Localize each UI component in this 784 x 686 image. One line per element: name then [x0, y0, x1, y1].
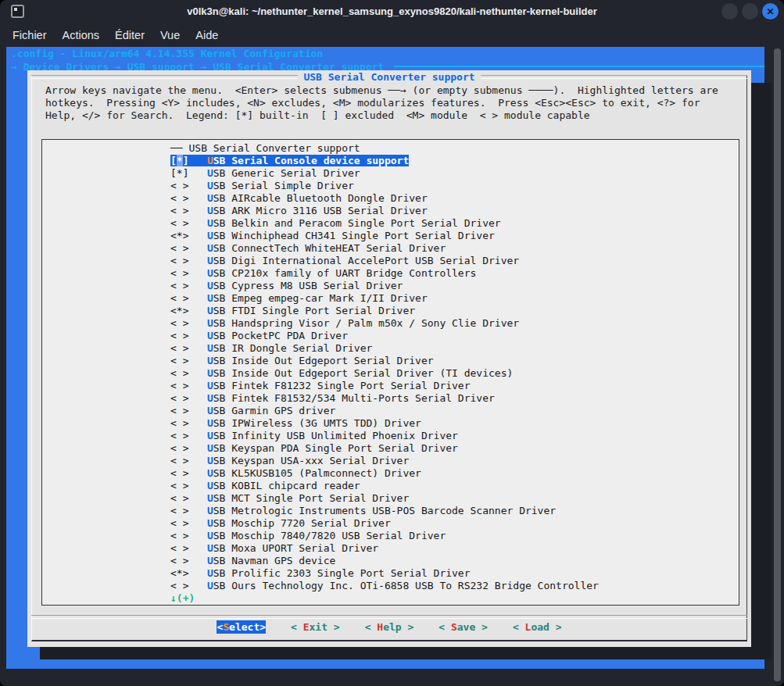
list-item[interactable]: < > USB Cypress M8 USB Serial Driver	[42, 280, 739, 292]
menubar: FichierActionsÉditerVueAide	[0, 23, 784, 47]
hotkey-letter: U	[207, 567, 213, 579]
maximize-button[interactable]	[742, 3, 758, 20]
hotkey-letter: U	[207, 292, 213, 304]
option-state-box: < >	[170, 355, 188, 366]
minimize-button[interactable]	[721, 3, 738, 20]
list-item[interactable]: < > USB Fintek F81532/534 Multi-Ports Se…	[42, 392, 739, 405]
option-state-box: <*>	[170, 567, 188, 579]
hotkey-letter: U	[207, 530, 213, 541]
list-item[interactable]: < > USB Keyspan USA-xxx Serial Driver	[42, 455, 739, 467]
hotkey-letter: U	[207, 542, 213, 554]
menu-actions[interactable]: Actions	[55, 27, 108, 44]
instruction-line: Arrow keys navigate the menu. <Enter> se…	[45, 84, 718, 97]
list-item[interactable]: < > USB Fintek F81232 Single Port Serial…	[42, 380, 739, 392]
hotkey-letter: U	[207, 155, 213, 166]
list-item[interactable]: < > USB Empeg empeg-car Mark I/II Driver	[42, 292, 739, 305]
list-item[interactable]: < > USB Inside Out Edgeport Serial Drive…	[42, 367, 739, 380]
option-state-box: < >	[170, 530, 188, 541]
list-item[interactable]: < > USB IR Dongle Serial Driver	[42, 342, 739, 355]
close-button[interactable]: ✕	[762, 3, 779, 20]
list-item[interactable]: < > USB Metrologic Instruments USB-POS B…	[42, 505, 739, 517]
save-button[interactable]: < Save >	[439, 620, 488, 634]
list-item[interactable]: < > USB PocketPC PDA Driver	[42, 330, 739, 342]
list-item[interactable]: < > USB KL5KUSB105 (Palmconnect) Driver	[42, 467, 739, 480]
list-item[interactable]: <*> USB Winchiphead CH341 Single Port Se…	[42, 230, 739, 242]
option-state-box: < >	[170, 242, 188, 254]
list-item[interactable]: < > USB Navman GPS device	[42, 555, 739, 567]
list-item[interactable]: <*> USB Prolific 2303 Single Port Serial…	[42, 567, 739, 580]
option-state-box: < >	[170, 492, 188, 504]
list-item[interactable]: < > USB ARK Micro 3116 USB Serial Driver	[42, 205, 739, 217]
load-button[interactable]: < Load >	[513, 620, 562, 634]
list-item[interactable]: <*> USB FTDI Single Port Serial Driver	[42, 305, 739, 317]
list-item[interactable]: < > USB ConnectTech WhiteHEAT Serial Dri…	[42, 242, 739, 255]
list-item[interactable]: < > USB Moschip 7840/7820 USB Serial Dri…	[42, 530, 739, 542]
menu-vue[interactable]: Vue	[152, 27, 188, 44]
list-item[interactable]: < > USB IPWireless (3G UMTS TDD) Driver	[42, 417, 739, 430]
hotkey-letter: U	[207, 580, 213, 591]
hotkey-letter: U	[207, 492, 213, 504]
select-button[interactable]: <Select>	[217, 620, 266, 634]
list-item[interactable]: < > USB Inside Out Edgeport Serial Drive…	[42, 355, 739, 367]
hotkey-letter: U	[207, 255, 213, 266]
hotkey-letter: U	[207, 205, 213, 216]
dialog-buttons: <Select>< Exit >< Help >< Save >< Load >	[27, 620, 751, 634]
help-button[interactable]: < Help >	[365, 620, 414, 634]
list-item[interactable]: < > USB Moschip 7720 Serial Driver	[42, 517, 739, 530]
option-state-box: < >	[170, 392, 188, 404]
option-state-box: < >	[170, 505, 188, 516]
list-item[interactable]: < > USB KOBIL chipcard reader	[42, 480, 739, 492]
hotkey-letter: U	[207, 217, 213, 229]
list-item[interactable]: < > USB MCT Single Port Serial Driver	[42, 492, 739, 505]
dialog-title: USB Serial Converter support	[298, 71, 480, 83]
list-item[interactable]: < > USB Belkin and Peracom Single Port S…	[42, 217, 739, 230]
option-state-box: < >	[170, 430, 188, 441]
option-state-box: < >	[170, 580, 188, 591]
hotkey-letter: U	[207, 430, 213, 441]
title-rule-right	[481, 75, 747, 79]
option-state-box: < >	[170, 555, 188, 566]
list-item[interactable]: < > USB Keyspan PDA Single Port Serial D…	[42, 442, 739, 455]
option-state-box: <*>	[170, 230, 188, 241]
menu-fichier[interactable]: Fichier	[5, 27, 55, 44]
dialog-title-row: USB Serial Converter support	[31, 70, 747, 83]
list-item[interactable]: [*] USB Serial Console device support	[42, 155, 739, 167]
list-item[interactable]: < > USB Infinity USB Unlimited Phoenix D…	[42, 430, 739, 442]
list-item[interactable]: [*] USB Generic Serial Driver	[42, 167, 739, 180]
list-item[interactable]: < > USB Digi International AccelePort US…	[42, 255, 739, 267]
titlebar: v0lk3n@kali: ~/nethunter_kernel_samsung_…	[0, 0, 784, 23]
option-state-box: < >	[170, 467, 188, 479]
terminal-content: .config - Linux/arm64 4.14.355 Kernel Co…	[0, 47, 784, 686]
hotkey-letter: U	[207, 230, 213, 241]
terminal-window: v0lk3n@kali: ~/nethunter_kernel_samsung_…	[0, 0, 784, 686]
title-rule-left	[31, 75, 298, 79]
menu-editer[interactable]: Éditer	[107, 27, 152, 44]
cursor: *	[177, 155, 183, 166]
list-scroll-more-indicator: ↓(+)	[42, 592, 739, 605]
list-item[interactable]: < > USB AIRcable Bluetooth Dongle Driver	[42, 192, 739, 205]
dialog: USB Serial Converter support Arrow keys …	[27, 70, 751, 647]
terminal-scrollbar-thumb[interactable]	[774, 48, 781, 681]
exit-button[interactable]: < Exit >	[291, 620, 340, 634]
hotkey-letter: U	[207, 417, 213, 429]
window-title: v0lk3n@kali: ~/nethunter_kernel_samsung_…	[0, 0, 784, 23]
option-state-box: [*]	[170, 167, 188, 179]
hotkey-letter: U	[207, 355, 213, 366]
list-item[interactable]: < > USB CP210x family of UART Bridge Con…	[42, 267, 739, 280]
option-state-box: < >	[170, 455, 188, 466]
menuconfig-screen: .config - Linux/arm64 4.14.355 Kernel Co…	[6, 47, 764, 669]
list-item[interactable]: < > USB Ours Technology Inc. OTi-6858 US…	[42, 580, 739, 592]
list-item[interactable]: < > USB Garmin GPS driver	[42, 405, 739, 417]
option-state-box: < >	[170, 442, 188, 454]
list-item[interactable]: < > USB Handspring Visor / Palm m50x / S…	[42, 317, 739, 330]
hotkey-letter: U	[207, 505, 213, 516]
backtitle: .config - Linux/arm64 4.14.355 Kernel Co…	[11, 48, 323, 60]
list-item[interactable]: < > USB Moxa UPORT Serial Driver	[42, 542, 739, 555]
menu-aide[interactable]: Aide	[188, 27, 226, 44]
list-item[interactable]: < > USB Serial Simple Driver	[42, 180, 739, 192]
hotkey-letter: U	[207, 405, 213, 416]
hotkey-letter: U	[207, 192, 213, 204]
option-state-box: < >	[170, 517, 188, 529]
instruction-line: hotkeys. Pressing <Y> includes, <N> excl…	[45, 97, 718, 109]
instruction-line: Help, </> for Search. Legend: [*] built-…	[45, 109, 718, 122]
